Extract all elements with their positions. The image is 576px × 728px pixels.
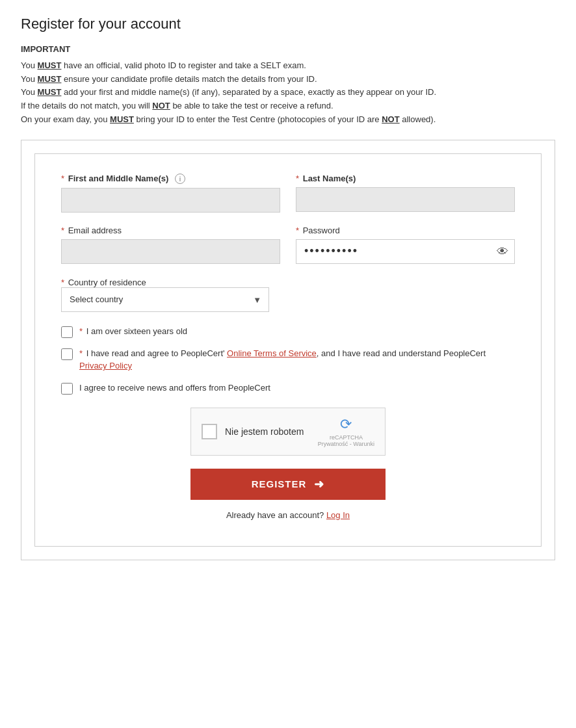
important-line-2: You MUST ensure your candidate profile d…: [21, 73, 555, 86]
important-line-4: If the details do not match, you will NO…: [21, 99, 555, 113]
last-name-group: * Last Name(s): [296, 174, 515, 213]
login-link[interactable]: Log In: [326, 510, 350, 520]
password-input[interactable]: [296, 239, 515, 264]
important-line-5: On your exam day, you MUST bring your ID…: [21, 113, 555, 127]
form-container: * First and Middle Name(s) i * Last Name…: [34, 153, 542, 547]
recaptcha-logo: ⟳ reCAPTCHA Prywatność - Warunki: [318, 416, 374, 447]
email-input[interactable]: [61, 239, 280, 264]
age-checkbox-row: * I am over sixteen years old: [61, 325, 515, 338]
terms-checkbox-row: * I have read and agree to PeopleCert' O…: [61, 347, 515, 372]
password-wrapper: 👁: [296, 239, 515, 264]
last-name-input[interactable]: [296, 187, 515, 212]
country-section: * Country of residence Select country ▼: [61, 277, 515, 312]
important-line-1: You MUST have an official, valid photo I…: [21, 59, 555, 73]
email-password-row: * Email address * Password 👁: [61, 226, 515, 264]
first-name-label: * First and Middle Name(s) i: [61, 174, 280, 184]
toggle-password-icon[interactable]: 👁: [497, 244, 508, 258]
important-section: IMPORTANT You MUST have an official, val…: [21, 43, 555, 127]
email-label: * Email address: [61, 226, 280, 235]
register-button-container: REGISTER ➜: [61, 469, 515, 500]
country-select[interactable]: Select country: [61, 287, 269, 312]
country-select-wrapper: Select country ▼: [61, 287, 269, 312]
register-button-label: REGISTER: [252, 478, 307, 489]
password-label: * Password: [296, 226, 515, 235]
page-title: Register for your account: [21, 16, 555, 32]
recaptcha-container: Nie jestem robotem ⟳ reCAPTCHA Prywatnoś…: [61, 408, 515, 456]
age-checkbox[interactable]: [61, 326, 73, 338]
already-account-text: Already have an account?: [226, 510, 324, 520]
outer-container: * First and Middle Name(s) i * Last Name…: [21, 140, 555, 560]
register-button[interactable]: REGISTER ➜: [190, 469, 386, 500]
news-checkbox-label: I agree to receive news and offers from …: [79, 382, 270, 395]
terms-link[interactable]: Online Terms of Service: [227, 348, 317, 358]
important-title: IMPORTANT: [21, 43, 555, 57]
country-label: * Country of residence: [61, 278, 146, 287]
important-line-3: You MUST add your first and middle name(…: [21, 86, 555, 99]
age-checkbox-label: * I am over sixteen years old: [79, 325, 187, 338]
terms-checkbox[interactable]: [61, 348, 73, 360]
recaptcha-terms: Prywatność - Warunki: [318, 441, 374, 447]
recaptcha-checkbox[interactable]: [202, 424, 217, 439]
privacy-link[interactable]: Privacy Policy: [79, 361, 132, 370]
recaptcha-label: Nie jestem robotem: [225, 426, 310, 437]
last-name-label: * Last Name(s): [296, 174, 515, 183]
news-checkbox[interactable]: [61, 383, 73, 395]
recaptcha-brand: reCAPTCHA: [330, 434, 363, 441]
password-group: * Password 👁: [296, 226, 515, 264]
register-arrow-icon: ➜: [314, 477, 324, 491]
terms-checkbox-label: * I have read and agree to PeopleCert' O…: [79, 347, 515, 372]
first-name-group: * First and Middle Name(s) i: [61, 174, 280, 213]
name-row: * First and Middle Name(s) i * Last Name…: [61, 174, 515, 213]
news-checkbox-row: I agree to receive news and offers from …: [61, 382, 515, 395]
first-name-input[interactable]: [61, 188, 280, 213]
recaptcha-box[interactable]: Nie jestem robotem ⟳ reCAPTCHA Prywatnoś…: [190, 408, 386, 456]
email-group: * Email address: [61, 226, 280, 264]
recaptcha-icon: ⟳: [340, 416, 352, 433]
first-name-info-icon[interactable]: i: [175, 174, 185, 184]
already-account: Already have an account? Log In: [61, 510, 515, 520]
